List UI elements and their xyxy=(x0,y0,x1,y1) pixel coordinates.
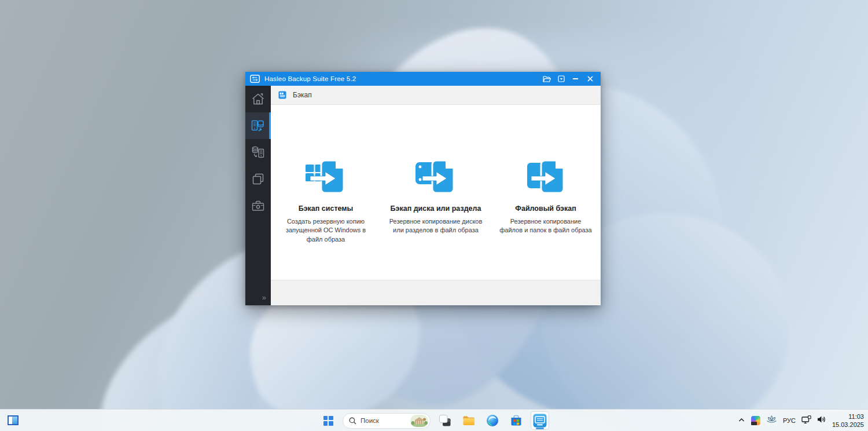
store-button[interactable] xyxy=(507,411,525,430)
backup-icon xyxy=(251,119,264,133)
option-system-backup[interactable]: Бэкап системы Создать резервную копию за… xyxy=(275,159,377,280)
sidebar-item-tools[interactable] xyxy=(245,192,271,219)
tray-lotus-app-icon[interactable] xyxy=(766,415,777,426)
option-desc: Резервное копирование дисков или раздело… xyxy=(389,217,483,235)
edge-button[interactable] xyxy=(483,411,502,430)
file-backup-icon xyxy=(525,159,566,195)
sidebar: » xyxy=(245,86,271,305)
box-caret-down-icon xyxy=(558,75,565,82)
folder-open-icon xyxy=(543,76,551,82)
hasleo-backup-suite-window: Hasleo Backup Suite Free 5.2 xyxy=(245,72,601,305)
tray-chevron-button[interactable] xyxy=(738,415,745,426)
lotus-icon xyxy=(766,415,777,424)
minimize-icon xyxy=(573,78,578,79)
tray-time: 11:03 xyxy=(832,412,864,421)
taskbar-search[interactable] xyxy=(343,413,431,429)
split-window-icon[interactable] xyxy=(8,415,19,425)
language-indicator[interactable]: РУС xyxy=(783,417,796,424)
windows-logo-icon xyxy=(323,416,333,426)
edge-icon xyxy=(486,414,499,427)
volume-tray-button[interactable] xyxy=(817,415,826,426)
chevron-up-icon xyxy=(738,417,745,423)
minimize-to-tray-button[interactable] xyxy=(554,72,568,86)
hasleo-backup-icon xyxy=(533,414,547,428)
home-icon xyxy=(251,92,265,106)
search-input[interactable] xyxy=(361,417,410,424)
desktop: Hasleo Backup Suite Free 5.2 xyxy=(0,0,868,431)
hasleo-backup-taskbar-button[interactable] xyxy=(531,411,549,430)
sidebar-item-restore[interactable] xyxy=(245,139,271,166)
sidebar-collapse-button[interactable]: » xyxy=(259,292,269,303)
sidebar-item-home[interactable] xyxy=(245,86,271,112)
option-title: Файловый бэкап xyxy=(495,204,597,213)
window-title: Hasleo Backup Suite Free 5.2 xyxy=(264,75,356,82)
minimize-button[interactable] xyxy=(568,72,583,86)
taskbar: РУС 11:03 15.03.2025 xyxy=(0,409,868,431)
toolkit-icon xyxy=(251,199,265,213)
open-image-file-button[interactable] xyxy=(539,72,554,86)
clone-icon xyxy=(251,172,265,186)
close-icon xyxy=(587,76,593,82)
titlebar[interactable]: Hasleo Backup Suite Free 5.2 xyxy=(245,72,601,86)
backup-options: Бэкап системы Создать резервную копию за… xyxy=(271,105,601,280)
task-view-icon xyxy=(439,414,451,427)
tray-date: 15.03.2025 xyxy=(832,421,864,429)
speaker-icon xyxy=(817,415,826,423)
option-disk-backup[interactable]: Бэкап диска или раздела Резервное копиро… xyxy=(385,159,487,280)
search-icon xyxy=(349,417,356,425)
store-icon xyxy=(510,414,523,427)
option-title: Бэкап системы xyxy=(275,204,377,213)
tray-clock[interactable]: 11:03 15.03.2025 xyxy=(832,412,864,429)
system-backup-icon xyxy=(306,159,346,195)
task-view-button[interactable] xyxy=(436,411,454,430)
tray-color-app-icon[interactable] xyxy=(751,416,760,425)
network-icon xyxy=(801,415,811,424)
running-indicator xyxy=(536,428,544,429)
app-logo-icon xyxy=(250,75,260,83)
page-header: Бэкап xyxy=(271,86,601,105)
option-file-backup[interactable]: Файловый бэкап Резервное копирование фай… xyxy=(495,159,597,280)
option-desc: Резервное копирование файлов и папок в ф… xyxy=(499,217,593,235)
option-desc: Создать резервную копию запущенной ОС Wi… xyxy=(279,217,373,244)
start-button[interactable] xyxy=(319,411,337,430)
window-footer xyxy=(271,280,601,305)
page-title: Бэкап xyxy=(293,91,312,99)
restore-icon xyxy=(251,145,265,159)
file-explorer-button[interactable] xyxy=(459,411,478,430)
network-tray-button[interactable] xyxy=(801,415,811,426)
close-button[interactable] xyxy=(583,72,597,86)
bing-daily-image[interactable] xyxy=(410,415,428,427)
sidebar-item-backup[interactable] xyxy=(245,112,271,139)
backup-page-icon xyxy=(278,91,286,99)
file-explorer-icon xyxy=(462,414,476,427)
option-title: Бэкап диска или раздела xyxy=(385,204,487,213)
sidebar-item-clone[interactable] xyxy=(245,166,271,192)
disk-backup-icon xyxy=(415,159,456,195)
